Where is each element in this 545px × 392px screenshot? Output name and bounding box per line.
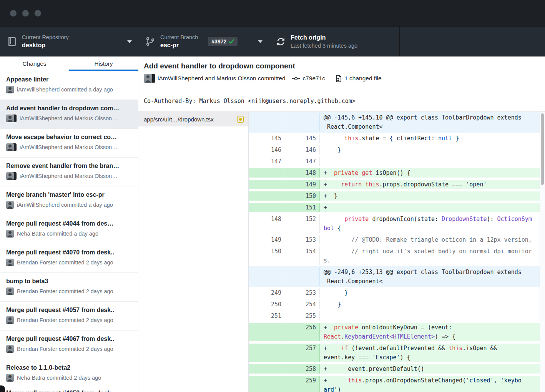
- commit-summary-header: Add event handler to dropdown component …: [138, 56, 545, 92]
- sync-icon: [276, 37, 286, 47]
- repository-picker-button[interactable]: Current Repository desktop: [0, 27, 138, 56]
- check-icon: [229, 39, 234, 44]
- diff-code: + private onFoldoutKeyDown = (event: Rea…: [320, 323, 540, 341]
- branch-name: esc-pr: [160, 42, 198, 49]
- commit-list-item[interactable]: Merge pull request #4067 from desk..Bren…: [0, 331, 138, 359]
- avatar: [144, 74, 155, 83]
- old-line-number: [249, 364, 285, 374]
- close-window-button[interactable]: [10, 10, 17, 17]
- commit-list-meta: Brendan Forster committed 2 days ago: [6, 287, 132, 295]
- branch-label: Current Branch: [160, 34, 198, 41]
- diff-code: // @TODO: Remake triangle octicon in a 1…: [320, 235, 540, 244]
- avatar: [6, 201, 14, 209]
- diff-code: [320, 311, 540, 321]
- commit-title: Add event handler to dropdown component: [144, 61, 539, 71]
- old-line-number: [249, 113, 285, 131]
- commit-list-meta: Brendan Forster committed 2 days ago: [6, 345, 132, 353]
- old-line-number: 250: [249, 300, 285, 309]
- old-line-number: 150: [249, 247, 285, 265]
- commit-list-meta: iAmWillShepherd committed a day ago: [6, 201, 132, 209]
- old-line-number: [249, 191, 285, 201]
- avatar: [6, 86, 14, 93]
- scrollbar-thumb[interactable]: [541, 113, 544, 185]
- new-line-number: [285, 267, 320, 286]
- diff-line: 259+ this.props.onDropdownStateChanged('…: [249, 375, 540, 392]
- commit-list-title: Merge pull request #4057 from desk..: [6, 307, 132, 314]
- chevron-down-icon: [258, 40, 263, 43]
- avatar: [6, 143, 17, 151]
- modified-status-icon: [237, 116, 244, 123]
- old-line-number: [249, 376, 285, 392]
- diff-hunk-header: @@ -249,6 +253,13 @@ export class Toolba…: [249, 266, 540, 287]
- zoom-window-button[interactable]: [35, 10, 41, 17]
- old-line-number: [249, 180, 285, 189]
- commit-list-item[interactable]: Merge pull request #4070 from desk..Bren…: [0, 244, 138, 273]
- file-path: app/src/ui/t…/dropdown.tsx: [144, 116, 237, 123]
- diff-code: this.state = { clientRect: null }: [320, 134, 540, 143]
- titlebar: [0, 0, 545, 27]
- diff-code: [320, 157, 540, 166]
- file-list-item[interactable]: app/src/ui/t…/dropdown.tsx: [138, 112, 248, 126]
- window-controls: [10, 10, 41, 17]
- changed-files-count: 1 changed file: [344, 75, 382, 82]
- commit-list-item[interactable]: Move escape behavior to correct co…iAmWi…: [0, 129, 138, 158]
- diff-line: 146146 }: [249, 144, 540, 156]
- repo-icon: [7, 37, 17, 47]
- diff-code: @@ -145,6 +145,10 @@ export class Toolba…: [320, 113, 540, 131]
- commit-list-meta: Brendan Forster committed 2 days ago: [6, 259, 132, 266]
- diff-code: private dropdownIcon(state: DropdownStat…: [320, 214, 540, 233]
- diff-content-area: app/src/ui/t…/dropdown.tsx @@ -145,6 +14…: [138, 112, 545, 392]
- tab-changes[interactable]: Changes: [0, 56, 69, 71]
- minimize-window-button[interactable]: [22, 10, 29, 17]
- avatar: [6, 345, 14, 353]
- diff-line: 150+ }: [249, 190, 540, 202]
- commit-meta: iAmWillShepherd and Markus Olsson commit…: [144, 74, 539, 83]
- new-line-number: 254: [285, 300, 320, 309]
- old-line-number: 147: [249, 157, 285, 166]
- diff-line: 150154 // right now it's scaled badly on…: [249, 246, 540, 266]
- repository-label: Current Repository: [22, 34, 69, 41]
- commit-list-item[interactable]: Merge branch 'master' into esc-priAmWill…: [0, 186, 138, 215]
- commit-list-item[interactable]: Merge pull request #4053 from desk..: [0, 388, 138, 392]
- commit-list-item[interactable]: Add event handler to dropdown com…iAmWil…: [0, 100, 138, 129]
- commit-list-item[interactable]: Remove event handler from the bran…iAmWi…: [0, 158, 138, 186]
- commit-list-meta: iAmWillShepherd and Markus Olsson…: [6, 115, 132, 122]
- new-line-number: 153: [285, 235, 320, 244]
- branch-picker-button[interactable]: Current Branch esc-pr #3972: [138, 27, 269, 56]
- git-commit-icon: [292, 75, 300, 82]
- commit-list-item[interactable]: Merge pull request #4057 from desk..Bren…: [0, 302, 138, 331]
- commit-list-item[interactable]: Appease linteriAmWillShepherd committed …: [0, 71, 138, 100]
- commit-list-meta: Brendan Forster committed 2 days ago: [6, 316, 132, 324]
- fetch-origin-button[interactable]: Fetch origin Last fetched 3 minutes ago: [269, 27, 400, 56]
- commit-list-title: Merge pull request #4053 from desk..: [6, 390, 132, 392]
- diff-scrollbar[interactable]: [540, 112, 545, 392]
- commit-list-title: Release to 1.1.0-beta2: [6, 364, 132, 371]
- diff-line: 145145 this.state = { clientRect: null }: [249, 133, 540, 144]
- diff-code: + event.preventDefault(): [320, 364, 540, 374]
- commit-list-item[interactable]: Merge pull request #4044 from des…Neha B…: [0, 215, 138, 244]
- old-line-number: 146: [249, 145, 285, 154]
- commit-list-item[interactable]: bump to beta3Brendan Forster committed 2…: [0, 273, 138, 302]
- new-line-number: 154: [285, 247, 320, 265]
- commit-list-title: bump to beta3: [6, 278, 132, 285]
- avatar: [6, 316, 14, 324]
- diff-view: @@ -145,6 +145,10 @@ export class Toolba…: [249, 112, 545, 392]
- commit-list-item[interactable]: Release to 1.1.0-beta2Neha Batra committ…: [0, 359, 138, 388]
- new-line-number: 259: [285, 376, 320, 392]
- diff-hunk-header: @@ -145,6 +145,10 @@ export class Toolba…: [249, 112, 540, 133]
- diff-code: + private get isOpen() {: [320, 168, 540, 178]
- sidebar: Changes History Appease linteriAmWillShe…: [0, 56, 138, 392]
- pr-status-badge: #3972: [208, 37, 238, 46]
- diff-code: + this.props.onDropdownStateChanged('clo…: [320, 376, 540, 392]
- new-line-number: 258: [285, 364, 320, 374]
- git-branch-icon: [145, 37, 155, 47]
- new-line-number: 146: [285, 145, 320, 154]
- old-line-number: [249, 168, 285, 178]
- commit-details-panel: Add event handler to dropdown component …: [138, 56, 545, 392]
- avatar: [6, 259, 14, 266]
- old-line-number: 148: [249, 214, 285, 233]
- tab-history[interactable]: History: [69, 56, 138, 71]
- commit-list-meta: Neha Batra committed 2 days ago: [6, 374, 132, 382]
- commit-list-title: Merge pull request #4070 from desk..: [6, 249, 132, 256]
- changed-file-icon: [335, 75, 342, 82]
